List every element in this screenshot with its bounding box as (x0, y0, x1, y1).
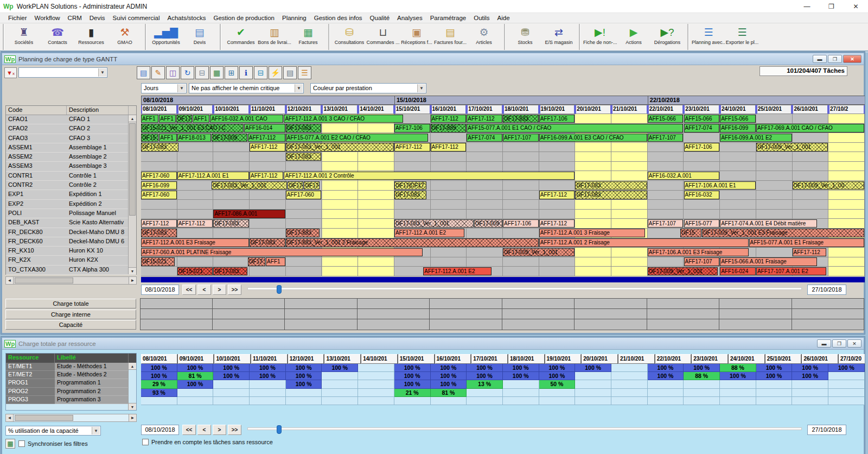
menu-item[interactable]: Outils (470, 14, 493, 22)
day-header-cell[interactable]: 13/10/201 (322, 105, 358, 114)
toolbar-button-factures-four[interactable]: ▤Factures four... (433, 24, 467, 50)
load-day-header-cell[interactable]: 26/10/201 (802, 354, 838, 364)
app-maximize-button[interactable]: ❐ (819, 0, 844, 13)
day-header-cell[interactable]: 26/10/201 (792, 105, 828, 114)
day-header-cell[interactable]: 11/10/201 (250, 105, 286, 114)
app-close-button[interactable]: ✕ (844, 0, 868, 13)
menu-item[interactable]: Qualité (366, 14, 393, 22)
day-header-cell[interactable]: 20/10/201 (575, 105, 611, 114)
table-row[interactable]: ASSEM2Assemblage 2 (6, 153, 136, 162)
day-header-cell[interactable]: 25/10/201 (756, 105, 793, 114)
hscroll-thumb[interactable] (15, 278, 73, 283)
code-column-header[interactable]: Code (6, 106, 67, 115)
load-day-header-cell[interactable]: 09/10/201 (178, 354, 214, 364)
gantt-task-bar[interactable]: OF17-009 (212, 134, 247, 142)
load-day-header-cell[interactable]: 20/10/201 (582, 354, 618, 364)
gantt-task-bar[interactable]: AFF17-112 (250, 172, 283, 180)
load-day-header-cell[interactable]: 22/10/201 (655, 354, 692, 364)
menu-item[interactable]: Planning (278, 14, 310, 22)
gantt-task-bar[interactable]: OF15-021 (177, 267, 213, 276)
gantt-task-bar[interactable]: OF17 (288, 181, 303, 190)
gantt-task-bar[interactable]: AFF17-106 (684, 143, 720, 152)
toolbar-button-factures[interactable]: ▦Factures (291, 24, 325, 50)
gantt-task-bar[interactable]: OF17 (248, 257, 265, 266)
gantt-last-button[interactable]: >> (228, 285, 241, 295)
toolbar-button-planning-avec[interactable]: ☰Planning avec... (692, 24, 725, 50)
table-row[interactable]: POLIPolissage Manuel (6, 209, 136, 218)
document-button[interactable]: ▤ (283, 66, 297, 79)
day-header-cell[interactable]: 12/10/201 (286, 105, 322, 114)
load-day-header-cell[interactable]: 27/10/20 (839, 354, 865, 364)
day-header-cell[interactable]: 19/10/201 (539, 105, 576, 114)
menu-item[interactable]: CRM (64, 14, 86, 22)
include-no-resource-checkbox[interactable] (142, 439, 149, 445)
load-day-header-cell[interactable]: 25/10/201 (765, 354, 802, 364)
table-row[interactable]: CONTR2Contrôle 2 (6, 181, 136, 190)
day-header-cell[interactable]: 17/10/201 (467, 105, 503, 114)
gantt-task-bar[interactable]: AFF17-112.A.001 2 Contrôle (284, 172, 575, 180)
gantt-task-bar[interactable]: AFF1 (266, 257, 285, 266)
scroll-down-icon[interactable]: ▼ (129, 403, 136, 410)
scroll-left-icon[interactable]: ◄ (6, 414, 14, 421)
gantt-task-bar[interactable]: AFF17-060 (286, 191, 322, 199)
gantt-slider-track[interactable] (247, 287, 802, 290)
gantt-task-bar[interactable]: OF17-083_Ver_1_001 (212, 181, 287, 190)
gantt-task-bar[interactable]: OF15 (141, 134, 158, 142)
filter-button[interactable]: ▼x (4, 67, 17, 78)
load-day-header-cell[interactable]: 10/10/201 (214, 354, 251, 364)
print-preview-button[interactable]: ⊟ (254, 66, 267, 79)
scroll-right-icon[interactable]: ► (129, 277, 136, 284)
load-day-header-cell[interactable]: 16/10/201 (435, 354, 471, 364)
gantt-task-bar[interactable]: AFF16-032.A.001 CAO (210, 115, 283, 123)
load-day-header-cell[interactable]: 11/10/201 (251, 354, 288, 364)
load-day-header-cell[interactable]: 08/10/201 (141, 354, 177, 364)
toolbar-button-commandes[interactable]: ✔Commandes (224, 24, 258, 50)
toolbar-button-articles[interactable]: ⚙Articles (467, 24, 501, 50)
scroll-right-icon[interactable]: ► (129, 414, 136, 421)
gantt-task-bar[interactable]: OF17-009_Ver_1_001 (756, 143, 828, 152)
gantt-task-bar[interactable]: AFF17-112 (793, 248, 826, 257)
gantt-task-bar[interactable]: OF17-083 (213, 219, 249, 228)
load-start-date[interactable]: 08/10/2018 (141, 425, 179, 435)
gantt-task-bar[interactable]: AFF16-099.A.001 E3 CAO / CFAO (539, 134, 647, 142)
table-row[interactable]: CFAO3CFAO 3 (6, 134, 136, 143)
gantt-task-bar[interactable]: AFF17-112 (248, 134, 285, 142)
table-row[interactable]: CFAO2CFAO 2 (6, 124, 136, 134)
load-prev-button[interactable]: < (197, 425, 211, 435)
load-day-header-cell[interactable]: 24/10/201 (729, 354, 765, 364)
table-row[interactable]: ET/MET1Etude - Méthodes 1 (6, 363, 136, 371)
gantt-task-bar[interactable]: OF15-021 (141, 257, 175, 266)
gantt-task-bar[interactable]: AFF17-112 (141, 219, 177, 228)
gantt-task-bar[interactable]: AFF17-106 (394, 124, 430, 133)
gantt-task-bar[interactable]: AFF16-032.A.001 (648, 172, 719, 180)
save-button[interactable]: ◫ (166, 66, 180, 79)
gantt-maximize-button[interactable]: ❐ (828, 55, 842, 63)
gantt-task-bar[interactable]: OF15-021_Ver_1_001 E3 CAO / C (141, 124, 244, 133)
day-header-cell[interactable]: 14/10/201 (358, 105, 394, 114)
toolbar-button-exporter-le-pl[interactable]: ☰Exporter le pl... (725, 24, 759, 50)
description-column-header[interactable]: Description (67, 106, 129, 115)
gantt-task-bar[interactable]: AFF15-077.A.001 E2 CAO / CFAO (286, 134, 428, 142)
load-last-button[interactable]: >> (228, 425, 241, 435)
gantt-task-bar[interactable]: AFF16-099 (141, 181, 177, 190)
report-button[interactable]: ▤ (137, 66, 150, 79)
table-row[interactable]: ASSEM1Assemblage 1 (6, 143, 136, 153)
gantt-task-bar[interactable]: AFF17-106.A.001 E3 Fraisage (648, 248, 749, 257)
menu-item[interactable]: Analyses (393, 14, 426, 22)
gantt-task-bar[interactable]: AFF15-077.A.001 E1 CAO / CFAO (467, 124, 683, 133)
gantt-task-bar[interactable]: OF17-083 (286, 153, 322, 161)
menu-item[interactable]: Suivi commercial (109, 14, 164, 22)
toolbar-button-opportunit-s[interactable]: ▂▅▇Opportunités (149, 24, 183, 50)
load-slider-thumb[interactable] (277, 425, 282, 434)
gantt-task-bar[interactable]: OF17-009_Ver_1_001 (648, 267, 718, 276)
capacity-chart-button[interactable]: ▦ (5, 439, 15, 449)
gantt-minimize-button[interactable]: ▬ (813, 55, 827, 63)
sync-filters-checkbox[interactable] (18, 440, 25, 447)
toolbar-button-consultations[interactable]: ⛁Consultations (333, 24, 366, 50)
gantt-task-bar[interactable]: AFF17-112 (431, 115, 467, 123)
capacity-mode-combo[interactable]: % utilisation de la capacité ▼ (5, 426, 101, 436)
gantt-end-date[interactable]: 27/10/2018 (807, 285, 846, 295)
table-row[interactable]: PROG2Programmation 2 (6, 388, 136, 396)
gantt-task-bar[interactable]: AFF1 (159, 134, 176, 142)
day-header-cell[interactable]: 08/10/201 (141, 105, 177, 114)
